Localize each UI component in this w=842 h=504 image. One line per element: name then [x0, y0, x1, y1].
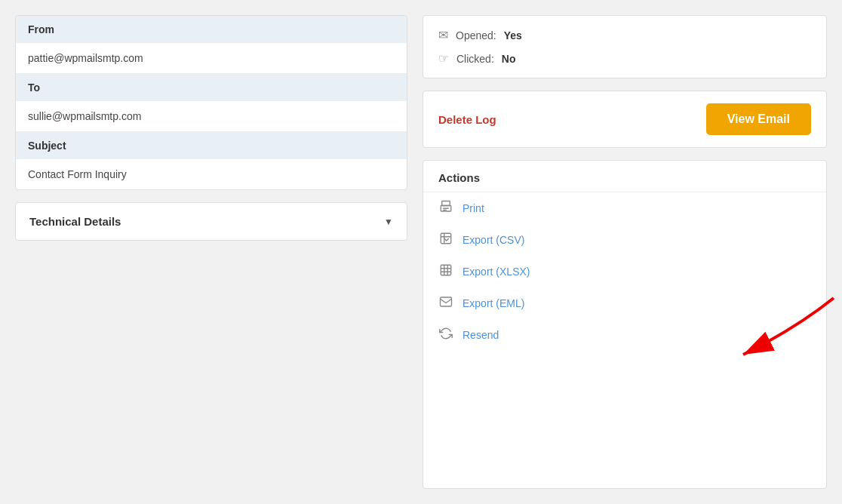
- to-value: sullie@wpmailsmtp.com: [16, 101, 407, 131]
- technical-details-label: Technical Details: [29, 215, 121, 228]
- subject-label: Subject: [16, 132, 407, 159]
- resend-icon: [438, 327, 453, 343]
- svg-rect-0: [442, 201, 450, 206]
- actions-title: Actions: [423, 161, 826, 192]
- export-eml-icon: [438, 295, 453, 312]
- action-export-csv-label: Export (CSV): [462, 234, 524, 246]
- chevron-down-icon: ▼: [384, 217, 393, 227]
- action-resend[interactable]: Resend: [423, 319, 826, 351]
- envelope-icon: ✉: [438, 28, 448, 42]
- export-xlsx-icon: [438, 263, 453, 280]
- svg-rect-3: [441, 265, 451, 275]
- from-label: From: [16, 16, 407, 43]
- status-card: ✉ Opened: Yes ☞ Clicked: No: [423, 15, 827, 78]
- view-email-button[interactable]: View Email: [706, 103, 811, 135]
- action-export-eml-label: Export (EML): [462, 297, 524, 309]
- from-row: From pattie@wpmailsmtp.com: [16, 16, 407, 74]
- action-resend-label: Resend: [462, 329, 499, 341]
- pointer-icon: ☞: [438, 51, 449, 66]
- action-export-xlsx[interactable]: Export (XLSX): [423, 256, 826, 287]
- email-info-table: From pattie@wpmailsmtp.com To sullie@wpm…: [15, 15, 407, 190]
- from-value: pattie@wpmailsmtp.com: [16, 43, 407, 73]
- delete-view-row: Delete Log View Email: [423, 91, 827, 148]
- actions-list: Print Export (CSV): [423, 192, 826, 351]
- technical-details-section: Technical Details ▼: [15, 202, 407, 241]
- action-export-csv[interactable]: Export (CSV): [423, 224, 826, 256]
- subject-value: Contact Form Inquiry: [16, 159, 407, 189]
- technical-details-toggle[interactable]: Technical Details ▼: [16, 203, 407, 240]
- action-export-xlsx-label: Export (XLSX): [462, 266, 530, 278]
- svg-rect-4: [441, 297, 452, 306]
- opened-label: Opened:: [456, 29, 496, 41]
- print-icon: [438, 200, 453, 217]
- delete-log-button[interactable]: Delete Log: [438, 113, 496, 126]
- export-csv-icon: [438, 232, 453, 248]
- right-panel: ✉ Opened: Yes ☞ Clicked: No Delete Log V…: [423, 15, 827, 489]
- to-label: To: [16, 74, 407, 101]
- action-print[interactable]: Print: [423, 192, 826, 224]
- left-panel: From pattie@wpmailsmtp.com To sullie@wpm…: [15, 15, 407, 489]
- subject-row: Subject Contact Form Inquiry: [16, 132, 407, 189]
- opened-row: ✉ Opened: Yes: [438, 28, 811, 42]
- clicked-label: Clicked:: [456, 53, 494, 65]
- to-row: To sullie@wpmailsmtp.com: [16, 74, 407, 132]
- clicked-row: ☞ Clicked: No: [438, 51, 811, 66]
- clicked-value: No: [502, 53, 516, 65]
- opened-value: Yes: [504, 29, 522, 41]
- action-print-label: Print: [462, 202, 484, 214]
- svg-rect-2: [441, 233, 451, 244]
- action-export-eml[interactable]: Export (EML): [423, 287, 826, 319]
- actions-card: Actions Print: [423, 160, 827, 489]
